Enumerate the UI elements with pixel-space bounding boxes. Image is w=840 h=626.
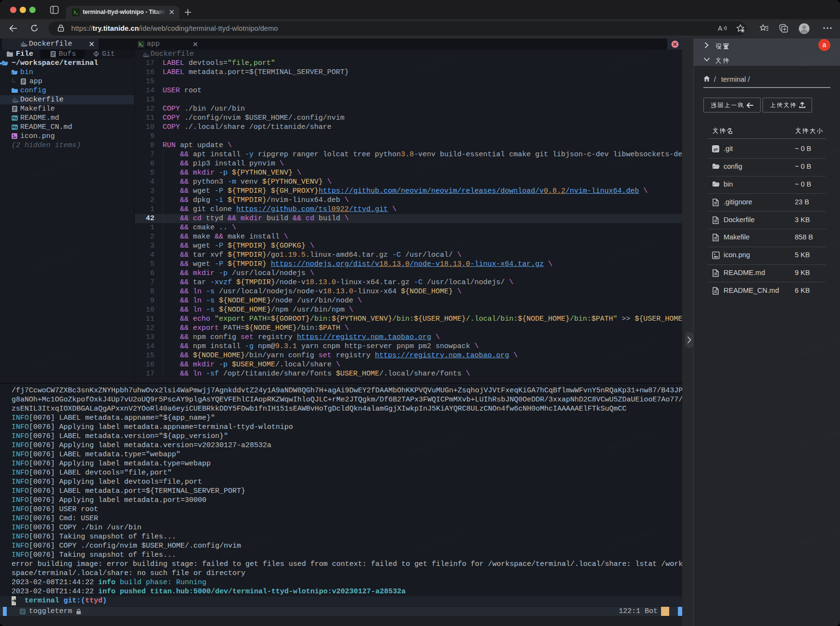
svg-text:A: A — [718, 25, 723, 32]
svg-text:git: git — [713, 148, 718, 151]
